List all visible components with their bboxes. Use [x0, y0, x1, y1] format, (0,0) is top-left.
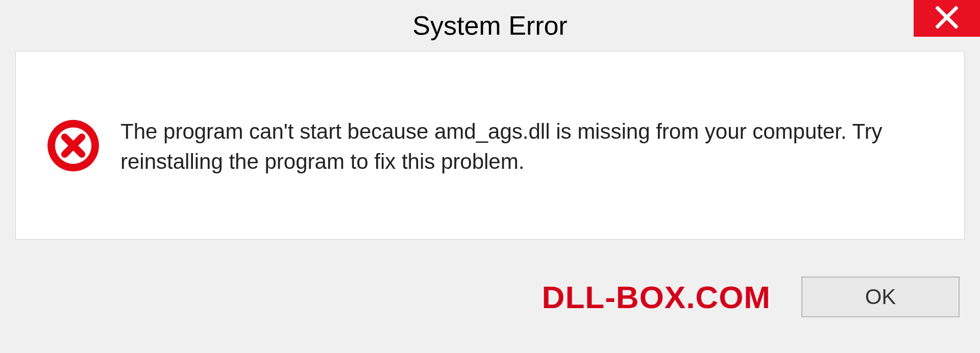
dialog-title: System Error [412, 10, 567, 41]
dialog-footer: DLL-BOX.COM OK [0, 261, 980, 353]
content-panel: The program can't start because amd_ags.… [15, 51, 965, 240]
close-icon [936, 6, 958, 31]
watermark-text: DLL-BOX.COM [542, 279, 771, 315]
error-message: The program can't start because amd_ags.… [120, 114, 934, 177]
title-bar: System Error [0, 0, 980, 51]
error-icon [46, 119, 100, 172]
ok-button[interactable]: OK [801, 276, 960, 317]
close-button[interactable] [914, 0, 980, 37]
